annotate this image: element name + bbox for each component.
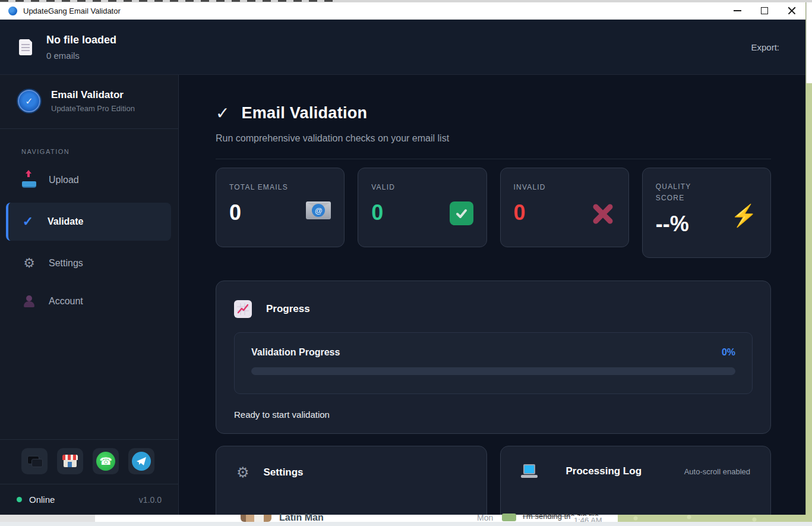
sidebar-item-label: Validate: [48, 216, 83, 227]
progress-panel: Validation Progress 0%: [234, 332, 753, 394]
nav-menu: Upload ✓ Validate ⚙ Settings Account: [0, 161, 178, 320]
section-title: Progress: [266, 303, 310, 315]
window-controls: [723, 2, 805, 19]
progress-percent: 0%: [722, 347, 735, 358]
brand-header: ✓ Email Validator UpdateTeam Pro Edition: [0, 75, 178, 129]
store-link-button[interactable]: [57, 448, 83, 474]
chat-day-label: Mon: [477, 513, 493, 522]
file-status-text: No file loaded: [46, 34, 116, 46]
page-subtitle: Run comprehensive validation checks on y…: [216, 133, 770, 144]
phone-glyph: ☎: [99, 455, 112, 468]
sidebar-item-settings[interactable]: ⚙ Settings: [7, 249, 171, 278]
logo-check-glyph: ✓: [25, 96, 33, 107]
stat-label: INVALID: [514, 183, 546, 191]
minimize-icon: [734, 10, 741, 11]
file-status-header: No file loaded 0 emails Export:: [0, 20, 805, 75]
sidebar-footer: Online v1.0.0: [0, 484, 178, 515]
export-label: Export:: [751, 42, 779, 52]
heading-check-icon: ✓: [216, 103, 229, 123]
background-scrollbar: [806, 2, 812, 83]
stat-label: QUALITY SCORE: [656, 181, 700, 203]
sidebar-item-label: Account: [49, 296, 83, 307]
chart-increasing-icon: [234, 300, 252, 318]
gear-icon: ⚙: [236, 464, 249, 481]
telegram-icon: [132, 452, 151, 471]
stat-card-quality-score: QUALITY SCORE --% ⚡: [642, 168, 771, 258]
stat-card-valid: VALID 0: [358, 168, 486, 247]
red-cross-icon: [590, 201, 615, 229]
brand-subtitle: UpdateTeam Pro Edition: [51, 104, 135, 113]
version-label: v1.0.0: [139, 495, 162, 505]
telegram-link-button[interactable]: [128, 448, 154, 474]
sidebar-item-label: Upload: [49, 175, 79, 185]
autoscroll-label: Auto-scroll enabled: [684, 467, 750, 476]
at-sign-glyph: @: [312, 204, 325, 217]
app-logo-icon: ✓: [18, 90, 40, 112]
section-title: Settings: [264, 467, 304, 478]
main-content: ✓ Email Validation Run comprehensive val…: [179, 75, 805, 515]
email-icon: @: [306, 201, 331, 219]
section-title: Processing Log: [566, 465, 642, 477]
whatsapp-link-button[interactable]: ☎: [93, 448, 119, 474]
background-bottom-strip: [0, 522, 812, 526]
window-title: UpdateGang Email Validator: [23, 7, 121, 15]
close-icon: [788, 7, 796, 15]
email-count-text: 0 emails: [46, 51, 116, 61]
stat-cards: TOTAL EMAILS 0 @ VALID 0: [216, 168, 771, 258]
document-icon: [19, 39, 32, 55]
processing-log-section: Processing Log Auto-scroll enabled: [500, 446, 772, 515]
sidebar-item-upload[interactable]: Upload: [7, 166, 171, 194]
stat-label: TOTAL EMAILS: [229, 183, 288, 191]
settings-section: ⚙ Settings: [216, 446, 487, 515]
background-sidebar-fragment: [0, 515, 95, 522]
progress-track: [251, 367, 735, 375]
chat-bubbles-icon: [27, 456, 42, 467]
stat-card-total-emails: TOTAL EMAILS 0 @: [216, 168, 345, 247]
online-status-label: Online: [29, 494, 55, 505]
maximize-icon: [761, 7, 768, 14]
page-title: Email Validation: [241, 104, 367, 122]
whatsapp-icon: ☎: [96, 452, 115, 471]
chat-wallpaper-fragment: [618, 515, 812, 522]
progress-section: Progress Validation Progress 0% Ready to…: [216, 281, 771, 434]
sidebar: ✓ Email Validator UpdateTeam Pro Edition…: [0, 75, 179, 515]
lightning-icon: ⚡: [731, 205, 757, 226]
green-check-icon: [450, 201, 473, 225]
titlebar: UpdateGang Email Validator: [0, 2, 805, 20]
sidebar-item-account[interactable]: Account: [7, 287, 171, 316]
person-icon: [21, 294, 37, 309]
screen: UpdateGang Email Validator No file loade…: [0, 0, 812, 526]
close-button[interactable]: [778, 2, 805, 19]
checkmark-icon: ✓: [20, 214, 36, 229]
background-window-right-sliver: [805, 2, 812, 515]
app-icon: [8, 7, 17, 15]
sidebar-item-validate[interactable]: ✓ Validate: [6, 203, 171, 241]
maximize-button[interactable]: [751, 2, 778, 19]
chat-link-button[interactable]: [21, 448, 48, 474]
divider: [216, 159, 771, 159]
app-window: No file loaded 0 emails Export: ✓ Email …: [0, 20, 805, 515]
gear-icon: ⚙: [21, 256, 37, 271]
progress-bar-label: Validation Progress: [251, 347, 340, 358]
navigation-label: NAVIGATION: [21, 148, 178, 155]
social-links: ☎: [0, 439, 178, 484]
stat-card-invalid: INVALID 0: [500, 168, 629, 247]
online-status-dot: [17, 497, 22, 502]
sidebar-item-label: Settings: [49, 258, 83, 269]
upload-tray-icon: [21, 172, 37, 188]
brand-title: Email Validator: [51, 89, 135, 101]
stat-label: VALID: [371, 183, 395, 191]
store-icon: [62, 455, 78, 468]
chat-avatar: [241, 515, 271, 522]
laptop-icon: [521, 464, 538, 478]
chat-checkbox-fragment: [502, 514, 516, 521]
minimize-button[interactable]: [723, 2, 751, 19]
progress-status-text: Ready to start validation: [234, 410, 753, 420]
